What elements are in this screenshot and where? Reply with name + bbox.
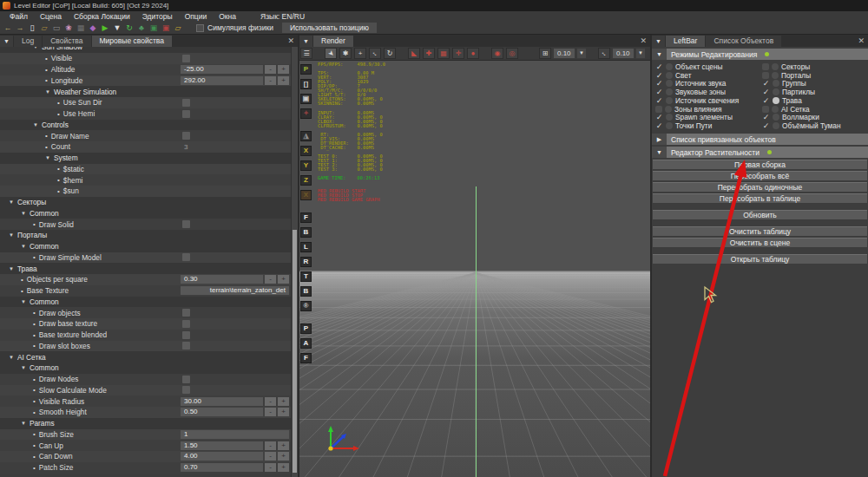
scale-snap-icon[interactable]: ↔ bbox=[598, 48, 610, 59]
chevron-down-icon[interactable]: ▼ bbox=[577, 49, 586, 58]
view-p-button[interactable]: P bbox=[300, 323, 312, 334]
open-folder-icon[interactable]: ▱ bbox=[38, 23, 50, 34]
menu-item[interactable]: Сборка Локации bbox=[68, 11, 136, 22]
mode-radio[interactable] bbox=[772, 106, 779, 113]
property-row[interactable]: •$static bbox=[0, 164, 291, 175]
view-right-button[interactable]: R bbox=[300, 257, 312, 267]
chevron-down-icon[interactable]: ▼ bbox=[652, 147, 667, 158]
property-row[interactable]: •Can Down4.00-+ bbox=[0, 451, 291, 462]
tab-render[interactable]: Render bbox=[313, 36, 353, 47]
action-button[interactable]: Пересобрать одиночные bbox=[653, 182, 867, 193]
close-icon[interactable]: ✕ bbox=[640, 36, 647, 45]
check-icon[interactable]: ✓ bbox=[655, 63, 663, 70]
leftbar-tab[interactable]: Список Объектов bbox=[706, 36, 781, 47]
texture-field[interactable]: terrain\terrain_zaton_det bbox=[181, 286, 289, 295]
collapse-icon[interactable]: ▼ bbox=[45, 89, 50, 95]
mode-radio[interactable] bbox=[666, 63, 673, 70]
close-icon[interactable]: ✕ bbox=[287, 36, 294, 45]
mode-radio[interactable] bbox=[666, 88, 673, 95]
edit-mode-item[interactable]: ✓Объёмный Туман bbox=[759, 121, 868, 130]
increment-button[interactable]: + bbox=[278, 408, 289, 416]
decrement-button[interactable]: - bbox=[265, 76, 276, 85]
move-tool-icon[interactable]: + bbox=[354, 48, 366, 59]
add-object-tool-icon[interactable]: ✱ bbox=[339, 48, 352, 59]
view-bottom-button[interactable]: B bbox=[300, 286, 312, 297]
viewport-3d[interactable]: FPS/RFPS: 498.9/30.0 TPS: 0.00 MVERT: 30… bbox=[299, 61, 650, 477]
property-checkbox[interactable] bbox=[182, 342, 190, 350]
property-row[interactable]: ▼Controls bbox=[0, 120, 291, 131]
snap-grid-icon[interactable]: ▦ bbox=[437, 48, 450, 59]
menu-item[interactable]: Файл bbox=[3, 11, 34, 22]
value-field[interactable]: 0.50 bbox=[181, 408, 263, 416]
property-row[interactable]: •Slow Calculate Mode bbox=[0, 385, 291, 396]
collapse-icon[interactable]: ▼ bbox=[9, 199, 14, 205]
check-icon[interactable]: ✓ bbox=[655, 122, 663, 129]
property-row[interactable]: •Draw Nodes bbox=[0, 374, 291, 385]
mode-radio[interactable] bbox=[773, 80, 779, 87]
leftbar-tab[interactable]: LeftBar bbox=[666, 36, 705, 47]
collapse-icon[interactable]: ▼ bbox=[21, 365, 26, 370]
snap-toggle-icon[interactable]: ◣ bbox=[408, 48, 420, 59]
mode-radio[interactable] bbox=[665, 106, 672, 113]
refresh-icon[interactable]: ↻ bbox=[123, 23, 135, 34]
property-row[interactable]: •Base Textureterrain\terrain_zaton_det bbox=[0, 285, 291, 297]
increment-button[interactable]: + bbox=[278, 463, 289, 472]
check-icon[interactable]: ✓ bbox=[655, 97, 663, 104]
disabled-cube-icon[interactable]: ▦ bbox=[75, 23, 87, 34]
edit-mode-item[interactable]: ✓Свет bbox=[652, 71, 759, 80]
value-field[interactable]: 1 bbox=[181, 430, 289, 439]
property-row[interactable]: ▼Common bbox=[0, 297, 291, 308]
value-field[interactable]: 292.00 bbox=[181, 76, 263, 85]
mode-radio[interactable] bbox=[773, 88, 779, 95]
property-row[interactable]: •Can Up1.50-+ bbox=[0, 440, 291, 451]
action-button[interactable]: Очистить в сцене bbox=[653, 238, 867, 248]
mode-radio[interactable] bbox=[666, 72, 673, 79]
edit-mode-item[interactable]: ✓Spawn элементы bbox=[652, 114, 759, 122]
chevron-down-icon[interactable]: ▼ bbox=[652, 36, 665, 47]
value-field[interactable]: -25.00 bbox=[181, 65, 263, 74]
property-checkbox[interactable] bbox=[182, 253, 190, 261]
chevron-down-icon[interactable]: ▼ bbox=[652, 49, 667, 60]
edit-mode-item[interactable]: ✓Объект сцены bbox=[652, 62, 759, 71]
decrement-button[interactable]: - bbox=[265, 408, 276, 416]
property-checkbox[interactable] bbox=[182, 309, 190, 317]
mode-radio[interactable] bbox=[666, 80, 673, 87]
property-row[interactable]: ▼AI Сетка bbox=[0, 351, 291, 363]
action-button[interactable]: Обновить bbox=[653, 210, 867, 220]
collapse-icon[interactable]: ▼ bbox=[21, 299, 26, 304]
property-row[interactable]: •Patch Size0.70-+ bbox=[0, 462, 291, 474]
property-row[interactable]: ▼Трава bbox=[0, 263, 291, 274]
forward-icon[interactable]: → bbox=[14, 23, 26, 34]
decrement-button[interactable]: - bbox=[265, 275, 276, 284]
menu-item[interactable]: Опции bbox=[179, 11, 214, 22]
physics-button[interactable]: P bbox=[300, 64, 312, 75]
property-row[interactable]: •$hemi bbox=[0, 174, 291, 186]
property-row[interactable]: •Draw slot boxes bbox=[0, 341, 291, 352]
edit-mode-item[interactable]: ✓Партиклы bbox=[759, 88, 868, 96]
mode-radio[interactable] bbox=[773, 114, 779, 121]
edit-mode-item[interactable]: AI Сетка bbox=[759, 105, 868, 114]
edit-modes-header[interactable]: ▼ Режимы Редактирования bbox=[652, 49, 868, 60]
menu-item[interactable]: Окна bbox=[213, 11, 242, 22]
flower-icon[interactable]: ❀ bbox=[62, 23, 75, 34]
edit-mode-item[interactable]: Порталы bbox=[759, 71, 868, 80]
grid-snap-value[interactable]: 0.10 bbox=[554, 49, 575, 58]
linked-objects-header[interactable]: ▶ Список привязанных объектов bbox=[652, 134, 868, 145]
property-checkbox[interactable] bbox=[182, 376, 190, 383]
property-row[interactable]: •Altitude-25.00-+ bbox=[0, 64, 291, 75]
action-button[interactable]: Пересобрать в таблице bbox=[653, 193, 867, 204]
view-a-button[interactable]: A bbox=[300, 338, 312, 349]
property-row[interactable]: •Draw objects bbox=[0, 307, 291, 318]
property-row[interactable]: ▼Params bbox=[0, 418, 291, 429]
property-checkbox[interactable] bbox=[182, 320, 190, 328]
collapse-icon[interactable]: ▼ bbox=[21, 421, 26, 426]
edit-mode-item[interactable]: ✓Трава bbox=[759, 96, 868, 105]
check-icon[interactable]: ✓ bbox=[655, 72, 663, 79]
check-icon[interactable]: ✓ bbox=[762, 122, 770, 129]
menu-item[interactable]: Эдиторы bbox=[136, 11, 179, 22]
property-row[interactable]: •Use Sun Dir bbox=[0, 97, 291, 108]
axis-x-button[interactable]: X bbox=[300, 146, 312, 156]
view-back-button[interactable]: B bbox=[300, 227, 312, 238]
decrement-button[interactable]: - bbox=[265, 65, 276, 74]
increment-button[interactable]: + bbox=[278, 275, 289, 284]
